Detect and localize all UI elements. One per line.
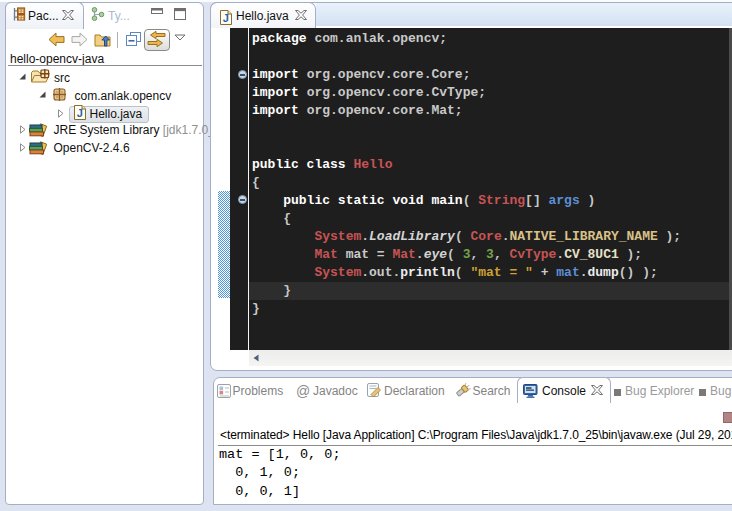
svg-text:J: J: [223, 12, 229, 24]
svg-text:J: J: [77, 107, 83, 119]
